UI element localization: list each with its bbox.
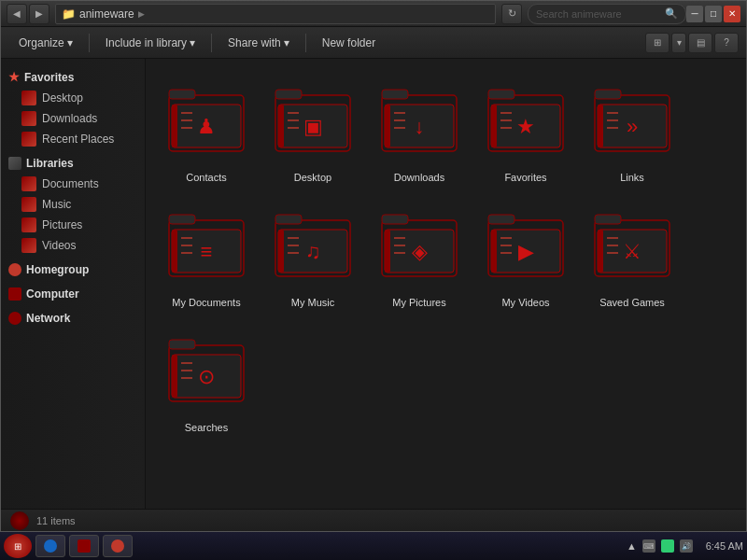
volume-icon: 🔊 <box>680 539 693 553</box>
svg-rect-9 <box>275 90 302 99</box>
sidebar-documents-label: Documents <box>42 177 99 190</box>
close-button[interactable]: ✕ <box>724 6 740 22</box>
computer-section: Computer <box>1 284 145 304</box>
view-dropdown-button[interactable]: ▾ <box>671 33 686 53</box>
toolbar-separator-1 <box>89 34 90 52</box>
svg-rect-55 <box>288 252 299 254</box>
sidebar-item-recent-places[interactable]: Recent Places <box>1 129 145 149</box>
sidebar-music-label: Music <box>42 198 71 211</box>
recent-places-folder-icon <box>21 132 36 147</box>
maximize-button[interactable]: □ <box>705 6 722 22</box>
taskbar-item-ie[interactable] <box>35 535 65 557</box>
refresh-button[interactable]: ↻ <box>501 4 522 24</box>
svg-rect-4 <box>172 105 177 147</box>
favorites-section: ★ Favorites Desktop Downloads Recent Pla… <box>1 66 145 149</box>
file-grid: ♟Contacts▣Desktop↓Downloads★Favorites»Li… <box>146 59 746 509</box>
file-label-contacts: Contacts <box>186 172 226 184</box>
savedgames-folder-icon: ⚔ <box>590 209 674 293</box>
sidebar-item-videos[interactable]: Videos <box>1 235 145 256</box>
organize-label: Organize <box>19 36 64 49</box>
organize-button[interactable]: Organize ▾ <box>8 31 83 55</box>
taskbar-item-media[interactable] <box>103 535 133 557</box>
sidebar-item-documents[interactable]: Documents <box>1 174 145 194</box>
share-with-button[interactable]: Share with ▾ <box>218 31 300 55</box>
file-item-videos[interactable]: ▶My Videos <box>474 193 577 315</box>
svg-rect-46 <box>181 245 192 246</box>
libraries-icon <box>8 157 21 170</box>
file-item-documents[interactable]: ≡My Documents <box>155 193 258 315</box>
view-icons-button[interactable]: ⊞ <box>645 33 669 53</box>
minimize-button[interactable]: ─ <box>686 6 703 22</box>
file-label-videos: My Videos <box>501 297 549 309</box>
svg-rect-77 <box>607 237 618 239</box>
forward-button[interactable]: ▶ <box>29 4 49 24</box>
media-taskbar-icon <box>111 539 124 553</box>
computer-header[interactable]: Computer <box>1 284 145 304</box>
search-bar[interactable]: Search animeware 🔍 <box>528 4 686 24</box>
file-item-searches[interactable]: ⊙Searches <box>155 318 258 440</box>
sidebar-pictures-label: Pictures <box>42 218 82 231</box>
toolbar-separator-3 <box>305 34 306 52</box>
svg-rect-60 <box>385 230 390 273</box>
svg-rect-31 <box>500 127 512 129</box>
svg-rect-62 <box>394 245 405 246</box>
svg-rect-45 <box>181 237 192 239</box>
file-item-downloads[interactable]: ↓Downloads <box>368 68 471 189</box>
svg-rect-5 <box>181 112 192 114</box>
svg-text:♟: ♟ <box>197 115 216 138</box>
sidebar-item-desktop[interactable]: Desktop <box>1 88 145 108</box>
svg-rect-57 <box>382 215 408 224</box>
documents-folder-icon: ≡ <box>164 209 248 293</box>
file-item-links[interactable]: »Links <box>581 68 684 189</box>
file-item-desktop[interactable]: ▣Desktop <box>261 68 364 189</box>
svg-rect-63 <box>394 252 405 254</box>
sidebar-item-music[interactable]: Music <box>1 194 145 215</box>
sidebar-item-pictures[interactable]: Pictures <box>1 215 145 235</box>
status-icon <box>10 511 29 530</box>
organize-chevron: ▾ <box>67 36 73 49</box>
toolbar-separator-2 <box>211 34 212 52</box>
network-label: Network <box>26 312 70 325</box>
svg-rect-15 <box>288 127 299 129</box>
svg-rect-7 <box>181 127 192 129</box>
file-item-pictures[interactable]: ◈My Pictures <box>368 193 471 315</box>
svg-rect-13 <box>288 112 299 114</box>
libraries-header[interactable]: Libraries <box>1 153 145 174</box>
favorites-folder-icon: ★ <box>484 84 568 168</box>
status-bar: 11 items <box>1 509 746 531</box>
file-label-pictures: My Pictures <box>392 297 445 309</box>
new-folder-button[interactable]: New folder <box>312 31 386 55</box>
title-bar: ◀ ▶ 📁 animeware ▶ ↻ Search animeware 🔍 ─… <box>1 1 746 27</box>
svg-rect-6 <box>181 119 192 121</box>
taskbar-item-folder[interactable] <box>69 535 99 557</box>
help-button[interactable]: ? <box>714 33 739 53</box>
homegroup-label: Homegroup <box>26 263 89 276</box>
svg-rect-23 <box>394 127 405 129</box>
include-library-button[interactable]: Include in library ▾ <box>95 31 205 55</box>
file-item-favorites[interactable]: ★Favorites <box>474 68 577 189</box>
pictures-icon <box>21 217 36 232</box>
start-button[interactable]: ⊞ <box>4 534 32 558</box>
svg-text:★: ★ <box>516 115 535 138</box>
file-item-music[interactable]: ♫My Music <box>261 193 364 315</box>
new-folder-label: New folder <box>322 36 375 49</box>
preview-pane-button[interactable]: ▤ <box>688 33 712 53</box>
back-button[interactable]: ◀ <box>7 4 27 24</box>
svg-text:◈: ◈ <box>412 240 428 263</box>
item-count: 11 items <box>36 515 76 526</box>
libraries-label: Libraries <box>26 157 74 170</box>
downloads-folder-icon: ↓ <box>377 84 461 168</box>
address-bar[interactable]: 📁 animeware ▶ <box>55 4 496 24</box>
search-placeholder: Search animeware <box>536 8 622 20</box>
homegroup-header[interactable]: Homegroup <box>1 259 145 280</box>
network-section: Network <box>1 308 145 329</box>
svg-rect-49 <box>275 215 302 224</box>
svg-rect-38 <box>607 119 618 121</box>
file-label-links: Links <box>620 172 644 184</box>
sidebar-item-downloads[interactable]: Downloads <box>1 108 145 129</box>
favorites-header[interactable]: ★ Favorites <box>1 66 145 88</box>
network-header[interactable]: Network <box>1 308 145 329</box>
music-icon <box>21 197 36 212</box>
file-item-contacts[interactable]: ♟Contacts <box>155 68 258 189</box>
file-item-savedgames[interactable]: ⚔Saved Games <box>581 193 684 315</box>
